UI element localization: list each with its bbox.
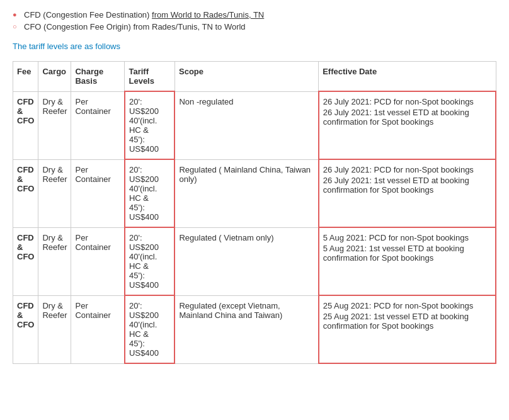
- effective-date-cell: 25 Aug 2021: PCD for non-Spot bookings25…: [319, 295, 496, 363]
- date-line-2: 5 Aug 2021: 1st vessel ETD at booking co…: [323, 244, 491, 263]
- table-row: CFD&CFODry &ReeferPerContainer20': US$20…: [13, 227, 496, 295]
- col-header-effective-date: Effective Date: [319, 62, 496, 92]
- col-header-tariff-levels: Tariff Levels: [125, 62, 175, 92]
- effective-date-cell: 26 July 2021: PCD for non-Spot bookings2…: [319, 91, 496, 159]
- tariff-table: Fee Cargo Charge Basis Tariff Levels Sco…: [13, 61, 496, 364]
- fee-cell: CFD&CFO: [13, 227, 38, 295]
- effective-date-cell: 5 Aug 2021: PCD for non-Spot bookings5 A…: [319, 227, 496, 295]
- col-header-charge-basis: Charge Basis: [71, 62, 125, 92]
- date-line-1: 25 Aug 2021: PCD for non-Spot bookings: [323, 301, 491, 310]
- cargo-cell: Dry &Reefer: [38, 159, 71, 227]
- charge-basis-cell: PerContainer: [71, 295, 125, 363]
- fee-cell: CFD&CFO: [13, 91, 38, 159]
- scope-cell: Regulated ( Vietnam only): [174, 227, 318, 295]
- tariff-intro: The tariff levels are as follows: [13, 42, 496, 51]
- tariff-levels-cell: 20': US$20040'(incl. HC &45'): US$400: [125, 295, 175, 363]
- table-row: CFD&CFODry &ReeferPerContainer20': US$20…: [13, 295, 496, 363]
- date-line-1: 26 July 2021: PCD for non-Spot bookings: [323, 97, 491, 106]
- date-line-2: 25 Aug 2021: 1st vessel ETD at booking c…: [323, 312, 491, 331]
- underline-link-1: from World to Rades/Tunis, TN: [152, 10, 264, 20]
- cargo-cell: Dry &Reefer: [38, 227, 71, 295]
- bullet-item-1: CFD (Congestion Fee Destination) from Wo…: [13, 10, 496, 20]
- bullet-item-2: CFO (Congestion Fee Origin) from Rades/T…: [13, 22, 496, 31]
- tariff-levels-cell: 20': US$20040'(incl. HC &45'): US$400: [125, 91, 175, 159]
- date-line-2: 26 July 2021: 1st vessel ETD at booking …: [323, 176, 491, 195]
- table-row: CFD&CFODry &ReeferPerContainer20': US$20…: [13, 159, 496, 227]
- effective-date-cell: 26 July 2021: PCD for non-Spot bookings2…: [319, 159, 496, 227]
- scope-cell: Non -regulated: [174, 91, 318, 159]
- date-line-1: 26 July 2021: PCD for non-Spot bookings: [323, 165, 491, 174]
- date-line-2: 26 July 2021: 1st vessel ETD at booking …: [323, 108, 491, 127]
- bullet-list: CFD (Congestion Fee Destination) from Wo…: [13, 10, 496, 31]
- date-line-1: 5 Aug 2021: PCD for non-Spot bookings: [323, 233, 491, 242]
- table-row: CFD&CFODry &ReeferPerContainer20': US$20…: [13, 91, 496, 159]
- charge-basis-cell: PerContainer: [71, 91, 125, 159]
- col-header-scope: Scope: [174, 62, 318, 92]
- fee-cell: CFD&CFO: [13, 295, 38, 363]
- col-header-cargo: Cargo: [38, 62, 71, 92]
- col-header-fee: Fee: [13, 62, 38, 92]
- fee-cell: CFD&CFO: [13, 159, 38, 227]
- tariff-levels-cell: 20': US$20040'(incl. HC &45'): US$400: [125, 159, 175, 227]
- charge-basis-cell: PerContainer: [71, 227, 125, 295]
- charge-basis-cell: PerContainer: [71, 159, 125, 227]
- cargo-cell: Dry &Reefer: [38, 91, 71, 159]
- bullet-text-1: CFD (Congestion Fee Destination) from Wo…: [24, 10, 264, 20]
- scope-cell: Regulated ( Mainland China, Taiwan only): [174, 159, 318, 227]
- tariff-levels-cell: 20': US$20040'(incl. HC &45'): US$400: [125, 227, 175, 295]
- table-header-row: Fee Cargo Charge Basis Tariff Levels Sco…: [13, 62, 496, 92]
- scope-cell: Regulated (except Vietnam, Mainland Chin…: [174, 295, 318, 363]
- cargo-cell: Dry &Reefer: [38, 295, 71, 363]
- bullet-text-2: CFO (Congestion Fee Origin) from Rades/T…: [24, 22, 246, 31]
